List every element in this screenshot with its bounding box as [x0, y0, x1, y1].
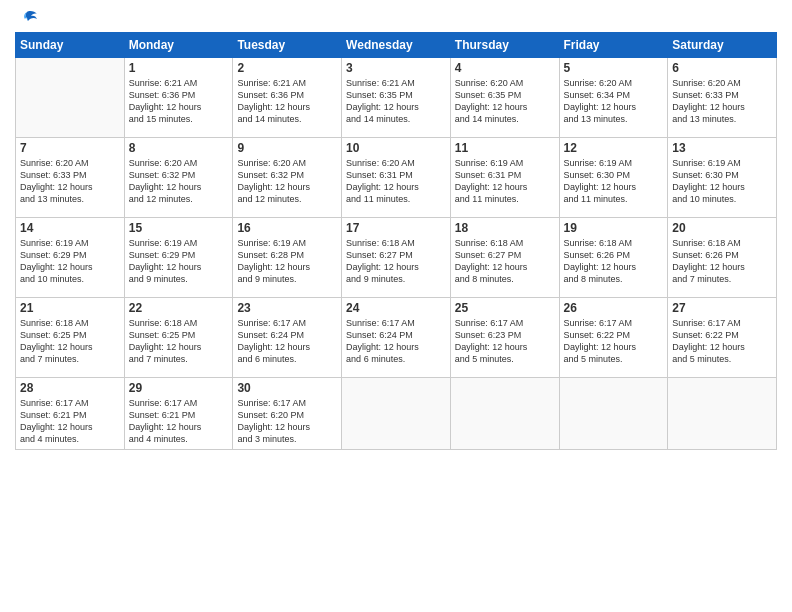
- day-info: Sunrise: 6:20 AMSunset: 6:33 PMDaylight:…: [672, 77, 772, 126]
- day-info: Sunrise: 6:17 AMSunset: 6:24 PMDaylight:…: [237, 317, 337, 366]
- day-number: 2: [237, 61, 337, 75]
- calendar-cell: 25Sunrise: 6:17 AMSunset: 6:23 PMDayligh…: [450, 298, 559, 378]
- day-number: 25: [455, 301, 555, 315]
- day-info: Sunrise: 6:17 AMSunset: 6:24 PMDaylight:…: [346, 317, 446, 366]
- calendar-cell: 19Sunrise: 6:18 AMSunset: 6:26 PMDayligh…: [559, 218, 668, 298]
- day-info: Sunrise: 6:20 AMSunset: 6:33 PMDaylight:…: [20, 157, 120, 206]
- calendar-cell: 9Sunrise: 6:20 AMSunset: 6:32 PMDaylight…: [233, 138, 342, 218]
- day-number: 24: [346, 301, 446, 315]
- day-number: 26: [564, 301, 664, 315]
- page: SundayMondayTuesdayWednesdayThursdayFrid…: [0, 0, 792, 612]
- weekday-header-sunday: Sunday: [16, 33, 125, 58]
- day-number: 4: [455, 61, 555, 75]
- day-number: 8: [129, 141, 229, 155]
- day-number: 21: [20, 301, 120, 315]
- day-number: 16: [237, 221, 337, 235]
- day-info: Sunrise: 6:19 AMSunset: 6:30 PMDaylight:…: [672, 157, 772, 206]
- weekday-header-tuesday: Tuesday: [233, 33, 342, 58]
- day-info: Sunrise: 6:20 AMSunset: 6:32 PMDaylight:…: [237, 157, 337, 206]
- day-number: 6: [672, 61, 772, 75]
- day-number: 9: [237, 141, 337, 155]
- day-info: Sunrise: 6:18 AMSunset: 6:27 PMDaylight:…: [455, 237, 555, 286]
- day-number: 29: [129, 381, 229, 395]
- day-info: Sunrise: 6:20 AMSunset: 6:34 PMDaylight:…: [564, 77, 664, 126]
- calendar-cell: [16, 58, 125, 138]
- day-info: Sunrise: 6:17 AMSunset: 6:22 PMDaylight:…: [672, 317, 772, 366]
- calendar-cell: [668, 378, 777, 450]
- day-number: 20: [672, 221, 772, 235]
- logo: [15, 10, 39, 24]
- day-number: 30: [237, 381, 337, 395]
- calendar-cell: 24Sunrise: 6:17 AMSunset: 6:24 PMDayligh…: [342, 298, 451, 378]
- calendar-cell: 21Sunrise: 6:18 AMSunset: 6:25 PMDayligh…: [16, 298, 125, 378]
- day-info: Sunrise: 6:17 AMSunset: 6:20 PMDaylight:…: [237, 397, 337, 446]
- calendar-cell: 13Sunrise: 6:19 AMSunset: 6:30 PMDayligh…: [668, 138, 777, 218]
- header: [15, 10, 777, 24]
- day-number: 7: [20, 141, 120, 155]
- calendar-cell: 29Sunrise: 6:17 AMSunset: 6:21 PMDayligh…: [124, 378, 233, 450]
- weekday-header-row: SundayMondayTuesdayWednesdayThursdayFrid…: [16, 33, 777, 58]
- day-number: 17: [346, 221, 446, 235]
- day-info: Sunrise: 6:19 AMSunset: 6:28 PMDaylight:…: [237, 237, 337, 286]
- calendar-cell: 20Sunrise: 6:18 AMSunset: 6:26 PMDayligh…: [668, 218, 777, 298]
- day-info: Sunrise: 6:20 AMSunset: 6:32 PMDaylight:…: [129, 157, 229, 206]
- week-row-1: 1Sunrise: 6:21 AMSunset: 6:36 PMDaylight…: [16, 58, 777, 138]
- day-info: Sunrise: 6:19 AMSunset: 6:30 PMDaylight:…: [564, 157, 664, 206]
- day-number: 22: [129, 301, 229, 315]
- day-info: Sunrise: 6:21 AMSunset: 6:36 PMDaylight:…: [237, 77, 337, 126]
- calendar-cell: 15Sunrise: 6:19 AMSunset: 6:29 PMDayligh…: [124, 218, 233, 298]
- day-number: 18: [455, 221, 555, 235]
- day-number: 27: [672, 301, 772, 315]
- calendar-cell: 3Sunrise: 6:21 AMSunset: 6:35 PMDaylight…: [342, 58, 451, 138]
- weekday-header-thursday: Thursday: [450, 33, 559, 58]
- calendar-cell: 2Sunrise: 6:21 AMSunset: 6:36 PMDaylight…: [233, 58, 342, 138]
- calendar-cell: 27Sunrise: 6:17 AMSunset: 6:22 PMDayligh…: [668, 298, 777, 378]
- calendar-cell: 1Sunrise: 6:21 AMSunset: 6:36 PMDaylight…: [124, 58, 233, 138]
- day-number: 14: [20, 221, 120, 235]
- calendar-cell: 12Sunrise: 6:19 AMSunset: 6:30 PMDayligh…: [559, 138, 668, 218]
- calendar-cell: 11Sunrise: 6:19 AMSunset: 6:31 PMDayligh…: [450, 138, 559, 218]
- week-row-4: 21Sunrise: 6:18 AMSunset: 6:25 PMDayligh…: [16, 298, 777, 378]
- day-number: 5: [564, 61, 664, 75]
- day-info: Sunrise: 6:18 AMSunset: 6:26 PMDaylight:…: [564, 237, 664, 286]
- day-number: 15: [129, 221, 229, 235]
- week-row-5: 28Sunrise: 6:17 AMSunset: 6:21 PMDayligh…: [16, 378, 777, 450]
- day-number: 1: [129, 61, 229, 75]
- calendar-cell: 14Sunrise: 6:19 AMSunset: 6:29 PMDayligh…: [16, 218, 125, 298]
- day-info: Sunrise: 6:18 AMSunset: 6:25 PMDaylight:…: [20, 317, 120, 366]
- weekday-header-monday: Monday: [124, 33, 233, 58]
- calendar-cell: 16Sunrise: 6:19 AMSunset: 6:28 PMDayligh…: [233, 218, 342, 298]
- calendar-cell: 28Sunrise: 6:17 AMSunset: 6:21 PMDayligh…: [16, 378, 125, 450]
- weekday-header-saturday: Saturday: [668, 33, 777, 58]
- day-info: Sunrise: 6:18 AMSunset: 6:27 PMDaylight:…: [346, 237, 446, 286]
- calendar-cell: [450, 378, 559, 450]
- day-info: Sunrise: 6:19 AMSunset: 6:31 PMDaylight:…: [455, 157, 555, 206]
- day-info: Sunrise: 6:19 AMSunset: 6:29 PMDaylight:…: [129, 237, 229, 286]
- day-number: 13: [672, 141, 772, 155]
- day-number: 23: [237, 301, 337, 315]
- day-info: Sunrise: 6:18 AMSunset: 6:25 PMDaylight:…: [129, 317, 229, 366]
- day-info: Sunrise: 6:17 AMSunset: 6:22 PMDaylight:…: [564, 317, 664, 366]
- calendar-cell: 18Sunrise: 6:18 AMSunset: 6:27 PMDayligh…: [450, 218, 559, 298]
- calendar-cell: 23Sunrise: 6:17 AMSunset: 6:24 PMDayligh…: [233, 298, 342, 378]
- day-info: Sunrise: 6:21 AMSunset: 6:36 PMDaylight:…: [129, 77, 229, 126]
- calendar-cell: 7Sunrise: 6:20 AMSunset: 6:33 PMDaylight…: [16, 138, 125, 218]
- day-info: Sunrise: 6:20 AMSunset: 6:31 PMDaylight:…: [346, 157, 446, 206]
- day-number: 19: [564, 221, 664, 235]
- calendar-cell: 30Sunrise: 6:17 AMSunset: 6:20 PMDayligh…: [233, 378, 342, 450]
- day-info: Sunrise: 6:20 AMSunset: 6:35 PMDaylight:…: [455, 77, 555, 126]
- calendar-cell: 6Sunrise: 6:20 AMSunset: 6:33 PMDaylight…: [668, 58, 777, 138]
- day-info: Sunrise: 6:21 AMSunset: 6:35 PMDaylight:…: [346, 77, 446, 126]
- day-number: 10: [346, 141, 446, 155]
- logo-bird-icon: [17, 10, 39, 28]
- week-row-3: 14Sunrise: 6:19 AMSunset: 6:29 PMDayligh…: [16, 218, 777, 298]
- day-info: Sunrise: 6:17 AMSunset: 6:21 PMDaylight:…: [129, 397, 229, 446]
- calendar-cell: 26Sunrise: 6:17 AMSunset: 6:22 PMDayligh…: [559, 298, 668, 378]
- day-info: Sunrise: 6:18 AMSunset: 6:26 PMDaylight:…: [672, 237, 772, 286]
- calendar-table: SundayMondayTuesdayWednesdayThursdayFrid…: [15, 32, 777, 450]
- calendar-cell: [559, 378, 668, 450]
- day-number: 3: [346, 61, 446, 75]
- weekday-header-friday: Friday: [559, 33, 668, 58]
- day-number: 12: [564, 141, 664, 155]
- calendar-cell: 4Sunrise: 6:20 AMSunset: 6:35 PMDaylight…: [450, 58, 559, 138]
